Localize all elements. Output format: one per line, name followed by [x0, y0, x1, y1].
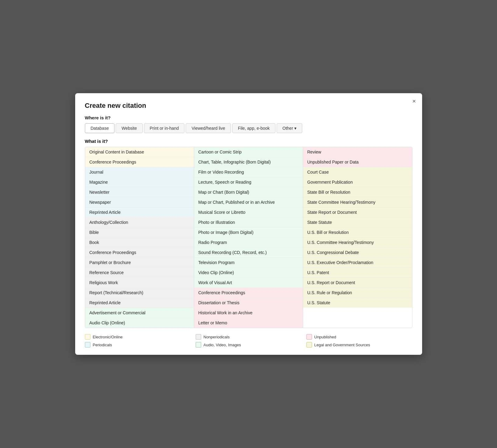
list-item[interactable]: Film or Video Recording [194, 167, 303, 177]
list-item[interactable]: Video Clip (Online) [194, 268, 303, 278]
list-item[interactable]: Audio Clip (Online) [85, 318, 194, 328]
list-item[interactable]: Government Publication [303, 177, 412, 187]
list-item[interactable]: U.S. Report or Document [303, 278, 412, 288]
list-item[interactable]: U.S. Committee Hearing/Testimony [303, 238, 412, 248]
legend-row: Electronic/OnlineNonperiodicalsUnpublish… [85, 334, 412, 347]
list-item[interactable]: Conference Proceedings [85, 157, 194, 167]
list-item[interactable]: Reprinted Article [85, 207, 194, 217]
list-item[interactable]: Magazine [85, 177, 194, 187]
legend-label-legal: Legal and Government Sources [314, 343, 370, 347]
citation-grid: Original Content in DatabaseConference P… [85, 147, 412, 328]
list-item[interactable]: U.S. Patent [303, 268, 412, 278]
list-item[interactable]: Cartoon or Comic Strip [194, 147, 303, 157]
tab-website[interactable]: Website [116, 123, 142, 133]
list-item[interactable]: Photo or Image (Born Digital) [194, 228, 303, 238]
list-item[interactable]: Newspaper [85, 197, 194, 207]
list-item[interactable]: Conference Proceedings [194, 288, 303, 298]
legend-swatch-avimage [196, 342, 201, 347]
list-item[interactable]: Religious Work [85, 278, 194, 288]
legend-label-periodical: Periodicals [93, 343, 112, 347]
legend-periodical: Periodicals [85, 342, 191, 347]
list-item[interactable]: Journal [85, 167, 194, 177]
legend-swatch-electronic [85, 334, 90, 340]
list-item[interactable]: Musical Score or Libretto [194, 207, 303, 217]
list-item[interactable]: Television Program [194, 258, 303, 268]
list-item[interactable]: Chart, Table, Infographic (Born Digital) [194, 157, 303, 167]
list-item[interactable]: Map or Chart, Published or in an Archive [194, 197, 303, 207]
legend-avimage: Audio, Video, Images [196, 342, 302, 347]
list-item[interactable]: Reference Source [85, 268, 194, 278]
list-item[interactable]: Work of Visual Art [194, 278, 303, 288]
legend-label-avimage: Audio, Video, Images [204, 343, 241, 347]
chevron-down-icon: ▾ [294, 126, 296, 131]
modal-title: Create new citation [85, 102, 412, 110]
legend-label-unpublished: Unpublished [314, 335, 336, 339]
list-item[interactable]: Original Content in Database [85, 147, 194, 157]
list-item[interactable]: U.S. Executive Order/Proclamation [303, 258, 412, 268]
list-item[interactable]: Review [303, 147, 412, 157]
legend-label-nonperiod: Nonperiodicals [204, 335, 230, 339]
legend-swatch-unpublished [306, 334, 312, 340]
what-label: What is it? [85, 139, 412, 144]
list-item[interactable]: Advertisement or Commercial [85, 308, 194, 318]
column-col1: Original Content in DatabaseConference P… [85, 147, 194, 328]
list-item[interactable]: Historical Work in an Archive [194, 308, 303, 318]
list-item[interactable]: Unpublished Paper or Data [303, 157, 412, 167]
legend-swatch-periodical [85, 342, 90, 347]
list-item[interactable]: U.S. Bill or Resolution [303, 228, 412, 238]
legend-label-electronic: Electronic/Online [93, 335, 123, 339]
legend-swatch-legal [306, 342, 312, 347]
legend-legal: Legal and Government Sources [306, 342, 412, 347]
where-label: Where is it? [85, 115, 412, 120]
list-item[interactable]: Dissertation or Thesis [194, 298, 303, 308]
list-item[interactable]: Letter or Memo [194, 318, 303, 328]
list-item[interactable]: Map or Chart (Born Digital) [194, 187, 303, 197]
tab-live[interactable]: Viewed/heard live [186, 123, 231, 133]
list-item[interactable]: Report (Technical/Research) [85, 288, 194, 298]
legend-unpublished: Unpublished [306, 334, 412, 340]
list-item[interactable]: State Committee Hearing/Testimony [303, 197, 412, 207]
list-item[interactable]: Newsletter [85, 187, 194, 197]
tabs-row: DatabaseWebsitePrint or in-handViewed/he… [85, 123, 412, 133]
list-item[interactable]: State Report or Document [303, 207, 412, 217]
list-item[interactable]: U.S. Rule or Regulation [303, 288, 412, 298]
list-item[interactable]: U.S. Congressional Debate [303, 248, 412, 258]
list-item[interactable]: Book [85, 238, 194, 248]
list-item[interactable]: State Statute [303, 217, 412, 228]
tab-database[interactable]: Database [85, 123, 115, 133]
column-col2: Cartoon or Comic StripChart, Table, Info… [194, 147, 303, 328]
legend-nonperiod: Nonperiodicals [196, 334, 302, 340]
list-item[interactable]: Sound Recording (CD, Record, etc.) [194, 248, 303, 258]
close-button[interactable]: × [412, 98, 416, 104]
list-item[interactable]: Photo or Illustration [194, 217, 303, 228]
create-citation-modal: Create new citation × Where is it? Datab… [75, 93, 422, 355]
list-item[interactable]: Conference Proceedings [85, 248, 194, 258]
list-item[interactable]: Radio Program [194, 238, 303, 248]
tab-print[interactable]: Print or in-hand [144, 123, 185, 133]
tab-file[interactable]: File, app, e-book [232, 123, 275, 133]
list-item[interactable]: Bible [85, 228, 194, 238]
list-item[interactable]: Court Case [303, 167, 412, 177]
legend-swatch-nonperiod [196, 334, 201, 340]
list-item[interactable]: Anthology/Collection [85, 217, 194, 228]
tab-other[interactable]: Other▾ [277, 123, 302, 133]
column-col3: ReviewUnpublished Paper or DataCourt Cas… [303, 147, 412, 328]
list-item[interactable]: Reprinted Article [85, 298, 194, 308]
legend-electronic: Electronic/Online [85, 334, 191, 340]
list-item[interactable]: Lecture, Speech or Reading [194, 177, 303, 187]
list-item[interactable]: Pamphlet or Brochure [85, 258, 194, 268]
list-item[interactable]: U.S. Statute [303, 298, 412, 308]
list-item[interactable]: State Bill or Resolution [303, 187, 412, 197]
